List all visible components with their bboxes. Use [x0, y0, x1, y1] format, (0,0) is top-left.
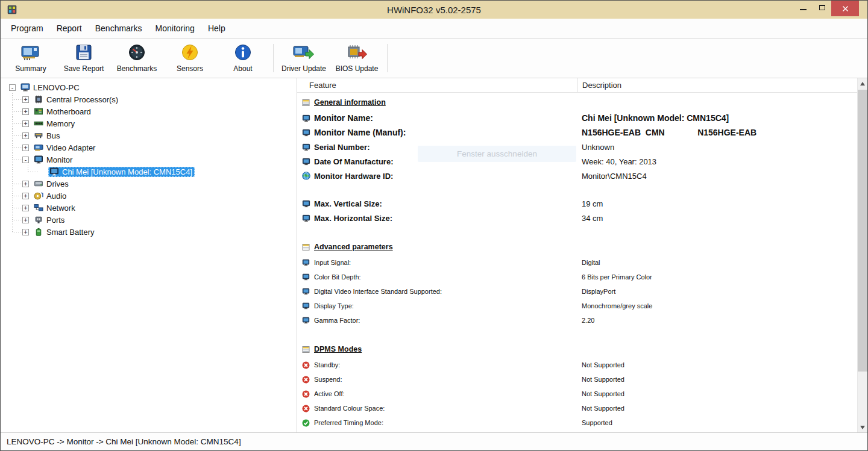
details-header: Feature Description — [297, 78, 867, 93]
tree-item-drives[interactable]: + Drives — [1, 178, 297, 190]
menu-benchmarks[interactable]: Benchmarks — [89, 20, 149, 36]
tree-item-lenovo-pc[interactable]: - LENOVO-PC — [1, 81, 297, 93]
expand-expander-icon[interactable]: + — [22, 229, 29, 235]
tree-item-audio[interactable]: + Audio — [1, 190, 297, 202]
collapse-expander-icon[interactable]: - — [9, 84, 16, 91]
tree-item-bus[interactable]: + Bus — [1, 129, 297, 142]
detail-row-monitor-name-manuf: Monitor Name (Manuf): N156HGE-EAB CMN N1… — [297, 125, 867, 140]
menu-help[interactable]: Help — [201, 20, 232, 36]
tree-item-smart-battery[interactable]: + Smart Battery — [1, 226, 297, 238]
menu-program[interactable]: Program — [4, 20, 50, 36]
close-button[interactable] — [831, 1, 859, 16]
audio-icon — [34, 191, 43, 200]
maximize-icon — [819, 5, 825, 10]
expand-expander-icon[interactable]: + — [22, 108, 29, 115]
scroll-down-button[interactable] — [858, 422, 867, 432]
tree-item-memory[interactable]: + Memory — [1, 117, 297, 129]
not-supported-icon — [302, 375, 310, 384]
description-value: Digital — [582, 259, 600, 266]
expand-expander-icon[interactable]: + — [22, 145, 29, 151]
main-area: - LENOVO-PC + Central Processor(s) + Mot… — [1, 78, 867, 432]
description-value: 19 cm — [582, 199, 603, 208]
feature-label: Suspend: — [314, 376, 582, 383]
monitor-icon — [302, 128, 310, 137]
description-value: Chi Mei [Unknown Model: CMN15C4] — [582, 113, 729, 123]
expand-expander-icon[interactable]: + — [22, 217, 29, 223]
tree-item-monitor[interactable]: - Monitor — [1, 154, 297, 166]
detail-row-suspend: Suspend: Not Supported — [297, 372, 867, 387]
section-dpms-modes: DPMS Modes — [297, 341, 867, 358]
menu-bar: Program Report Benchmarks Monitoring Hel… — [1, 19, 867, 39]
tree-item-chi-mei-monitor[interactable]: Chi Mei [Unknown Model: CMN15C4] — [1, 166, 297, 178]
drives-icon — [34, 179, 43, 188]
network-icon — [34, 204, 43, 212]
expand-expander-icon[interactable]: + — [22, 193, 29, 199]
expand-expander-icon[interactable]: + — [22, 96, 29, 103]
tree-item-network[interactable]: + Network — [1, 202, 297, 214]
column-header-feature[interactable]: Feature — [297, 81, 577, 90]
tree-item-central-processors[interactable]: + Central Processor(s) — [1, 93, 297, 105]
description-value: Week: 40, Year: 2013 — [582, 157, 656, 166]
tree-item-label: Audio — [46, 191, 66, 201]
globe-icon — [302, 172, 310, 180]
device-tree: - LENOVO-PC + Central Processor(s) + Mot… — [1, 78, 297, 432]
summary-button[interactable]: Summary — [4, 39, 57, 78]
computer-icon — [20, 83, 30, 92]
expand-expander-icon[interactable]: + — [22, 181, 29, 187]
benchmarks-button[interactable]: Benchmarks — [110, 39, 163, 78]
tree-item-label: Memory — [46, 119, 75, 128]
supported-icon — [302, 418, 310, 427]
detail-row-input-signal: Input Signal: Digital — [297, 255, 867, 270]
feature-label: Serial Number: — [314, 143, 582, 152]
expand-expander-icon[interactable]: + — [22, 120, 29, 127]
detail-row-date-of-manufacture: Date Of Manufacture: Week: 40, Year: 201… — [297, 154, 867, 169]
tree-item-label: Smart Battery — [46, 228, 94, 237]
column-header-description[interactable]: Description — [577, 78, 867, 92]
monitor-icon — [302, 214, 310, 222]
scroll-up-button[interactable] — [858, 78, 867, 89]
tree-item-label: Drives — [46, 179, 69, 188]
toolbar-separator — [387, 44, 388, 72]
maximize-button[interactable] — [813, 1, 831, 14]
section-general-information: General information — [297, 94, 867, 111]
close-icon — [842, 5, 849, 12]
collapse-expander-icon[interactable]: - — [22, 157, 29, 163]
monitor-icon — [302, 302, 310, 310]
menu-monitoring[interactable]: Monitoring — [149, 20, 201, 36]
driver-update-button[interactable]: Driver Update — [277, 39, 330, 78]
description-value: DisplayPort — [582, 288, 615, 295]
tree-item-video-adapter[interactable]: + Video Adapter — [1, 142, 297, 154]
tree-item-ports[interactable]: + Ports — [1, 214, 297, 226]
tree-item-label: Video Adapter — [46, 143, 95, 152]
bios-update-button[interactable]: BIOS Update — [330, 39, 383, 78]
spacer-row — [297, 328, 867, 341]
feature-label: Max. Horizontal Size: — [314, 214, 582, 223]
detail-row-active-off: Active Off: Not Supported — [297, 387, 867, 401]
about-button[interactable]: About — [216, 39, 269, 78]
sensors-icon — [181, 42, 199, 63]
sensors-button[interactable]: Sensors — [163, 39, 216, 78]
section-title: DPMS Modes — [314, 345, 362, 353]
expand-expander-icon[interactable]: + — [22, 205, 29, 211]
section-icon — [302, 98, 310, 107]
description-value: Unknown — [582, 143, 614, 152]
vertical-scrollbar[interactable] — [857, 78, 867, 432]
section-advanced-parameters: Advanced parameters — [297, 238, 867, 255]
tree-item-motherboard[interactable]: + Motherboard — [1, 105, 297, 117]
tree-item-label: LENOVO-PC — [33, 83, 80, 92]
feature-label: Monitor Name (Manuf): — [314, 128, 582, 137]
minimize-button[interactable] — [794, 1, 813, 14]
save-report-button[interactable]: Save Report — [57, 39, 110, 78]
detail-row-standard-colour-space: Standard Colour Space: Not Supported — [297, 401, 867, 415]
detail-row-dvi-standard: Digital Video Interface Standard Support… — [297, 284, 867, 299]
expand-expander-icon[interactable]: + — [22, 132, 29, 139]
toolbar-label: BIOS Update — [336, 64, 379, 73]
description-value: Monochrome/grey scale — [582, 302, 652, 309]
monitor-icon — [302, 199, 310, 208]
feature-label: Display Type: — [314, 302, 582, 309]
scrollbar-thumb[interactable] — [858, 90, 867, 372]
toolbar-label: Save Report — [64, 64, 104, 73]
arrow-down-icon — [860, 426, 865, 429]
status-bar: LENOVO-PC -> Monitor -> Chi Mei [Unknown… — [1, 432, 867, 450]
menu-report[interactable]: Report — [50, 20, 89, 36]
